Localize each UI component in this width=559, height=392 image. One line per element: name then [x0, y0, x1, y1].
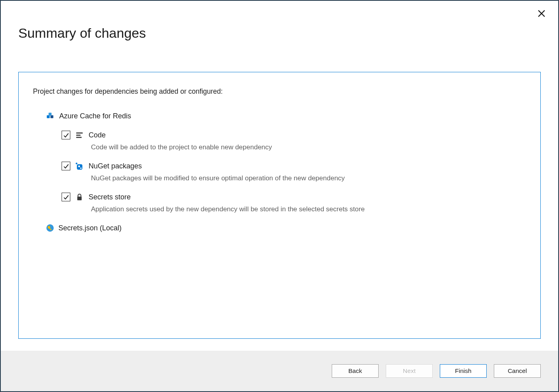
change-desc: Application secrets used by the new depe… [91, 205, 526, 213]
svg-rect-5 [76, 133, 83, 134]
page-title: Summary of changes [18, 25, 541, 41]
checkbox-nuget[interactable] [62, 162, 70, 170]
key-icon [46, 224, 54, 232]
svg-point-13 [46, 224, 54, 232]
svg-point-11 [80, 168, 82, 169]
main-content: Summary of changes Project changes for d… [1, 1, 558, 351]
svg-point-10 [78, 166, 80, 168]
code-icon [75, 131, 84, 139]
svg-rect-4 [48, 113, 51, 116]
cancel-button[interactable]: Cancel [494, 364, 541, 378]
lock-icon [75, 193, 84, 201]
close-button[interactable] [538, 10, 545, 17]
change-item-secrets: Secrets store Application secrets used b… [62, 193, 526, 213]
intro-text: Project changes for dependencies being a… [33, 87, 526, 96]
change-desc: NuGet packages will be modified to ensur… [91, 174, 526, 182]
checkbox-secrets[interactable] [62, 193, 70, 201]
close-icon [538, 10, 545, 17]
next-button: Next [386, 364, 433, 378]
summary-box: Project changes for dependencies being a… [18, 72, 541, 339]
change-item-nuget: NuGet packages NuGet packages will be mo… [62, 162, 526, 182]
secrets-store-row: Secrets.json (Local) [46, 224, 526, 232]
svg-rect-2 [47, 115, 50, 118]
dialog-footer: Back Next Finish Cancel [1, 351, 558, 391]
change-desc: Code will be added to the project to ena… [91, 143, 526, 151]
change-item-code: Code Code will be added to the project t… [62, 131, 526, 151]
svg-rect-7 [76, 137, 82, 138]
nuget-icon [75, 162, 84, 170]
svg-rect-3 [50, 115, 53, 118]
dependency-name: Azure Cache for Redis [59, 112, 131, 120]
secrets-store-label: Secrets.json (Local) [58, 224, 122, 232]
change-label: Code [89, 131, 106, 139]
back-button[interactable]: Back [332, 364, 379, 378]
finish-button[interactable]: Finish [440, 364, 487, 378]
svg-rect-6 [76, 135, 81, 136]
dependency-row: Azure Cache for Redis [46, 112, 526, 120]
change-label: Secrets store [89, 193, 131, 201]
azure-redis-icon [46, 112, 54, 120]
checkbox-code[interactable] [62, 131, 70, 139]
change-items: Code Code will be added to the project t… [62, 131, 526, 213]
svg-rect-12 [77, 197, 82, 200]
svg-point-9 [75, 162, 77, 164]
change-label: NuGet packages [89, 162, 142, 170]
